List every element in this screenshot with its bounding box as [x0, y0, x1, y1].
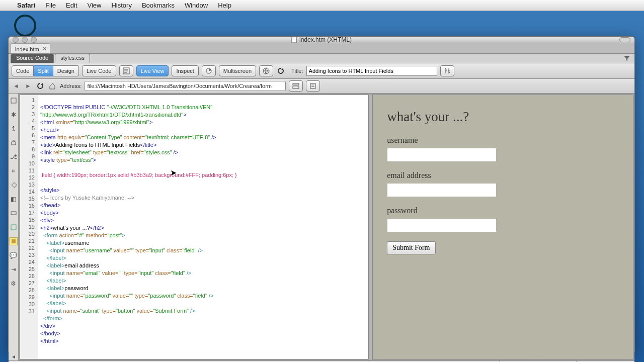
toolbar-toggle-icon[interactable] — [619, 37, 630, 42]
menu-file[interactable]: File — [45, 2, 56, 9]
check-errors-icon[interactable] — [119, 65, 133, 76]
address-input[interactable] — [85, 81, 286, 91]
mouse-cursor-icon: ➤ — [170, 169, 177, 176]
wrap-tag-icon[interactable] — [10, 223, 18, 231]
window-titlebar[interactable]: index.htm (XHTML) — [9, 37, 634, 43]
submit-form-button[interactable]: Submit Form — [387, 241, 435, 254]
workspace: ✱ ⎇ ⌗ ◧ 💬 ⇥ ⚙ ◂ 1 2 3 4 5 6 7 8 9 10 11 … — [9, 94, 634, 360]
styles-css-tab[interactable]: styles.css — [55, 54, 90, 63]
code-view-button[interactable]: Code — [12, 65, 34, 76]
title-label: Title: — [291, 68, 303, 74]
format-source-icon[interactable]: ⚙ — [10, 280, 18, 288]
email-field[interactable] — [387, 183, 497, 197]
home-icon[interactable] — [48, 81, 57, 90]
browser-compat-icon[interactable] — [202, 65, 216, 76]
app-name[interactable]: Safari — [17, 2, 35, 9]
balance-braces-icon[interactable]: ⎇ — [10, 153, 18, 161]
macos-menubar: Safari File Edit View History Bookmarks … — [0, 0, 644, 11]
inspect-button[interactable]: Inspect — [172, 65, 198, 76]
email-label: email address — [387, 171, 619, 180]
address-options-icon[interactable] — [289, 80, 303, 92]
expand-selection-icon[interactable] — [10, 125, 18, 133]
file-management-icon[interactable] — [440, 65, 454, 76]
select-parent-tag-icon[interactable] — [10, 139, 18, 147]
refresh-design-icon[interactable] — [276, 66, 285, 75]
desktop-widget-icon — [14, 15, 36, 37]
svg-rect-11 — [11, 98, 16, 103]
svg-rect-14 — [12, 239, 16, 243]
menu-view[interactable]: View — [88, 2, 102, 9]
svg-rect-10 — [310, 83, 315, 88]
svg-rect-8 — [293, 83, 299, 85]
document-toolbar: Code Split Design Live Code Live View In… — [9, 63, 634, 79]
menu-help[interactable]: Help — [218, 2, 231, 9]
svg-rect-3 — [292, 40, 296, 40]
svg-point-5 — [206, 68, 211, 73]
username-label: username — [387, 136, 619, 145]
apply-comment-icon[interactable] — [10, 209, 18, 217]
preview-heading: what's your ...? — [387, 109, 619, 125]
highlight-invalid-icon[interactable] — [10, 181, 18, 189]
address-label: Address: — [60, 83, 82, 89]
preview-in-browser-icon[interactable] — [259, 65, 273, 76]
svg-rect-12 — [11, 212, 16, 215]
menu-edit[interactable]: Edit — [66, 2, 77, 9]
split-view-button[interactable]: Split — [34, 65, 53, 76]
related-files-row: Source Code styles.css — [9, 54, 634, 63]
address-bar: ◄ ► Address: — [9, 79, 634, 94]
title-input[interactable] — [306, 66, 437, 76]
multiscreen-button[interactable]: Multiscreen — [219, 65, 256, 76]
indent-code-icon[interactable]: ⇥ — [10, 265, 18, 274]
svg-point-6 — [209, 69, 211, 71]
menu-window[interactable]: Window — [185, 2, 208, 9]
line-numbers: 1 2 3 4 5 6 7 8 9 10 11 12 13 14 15 16 1… — [20, 95, 38, 359]
document-icon — [291, 37, 297, 43]
code-pane[interactable]: 1 2 3 4 5 6 7 8 9 10 11 12 13 14 15 16 1… — [20, 95, 368, 359]
menu-history[interactable]: History — [111, 2, 131, 9]
file-tab-index[interactable]: index.htm ✕ — [11, 43, 50, 53]
design-view-button[interactable]: Design — [53, 65, 79, 76]
window-title: index.htm (XHTML) — [9, 36, 634, 43]
forward-icon[interactable]: ► — [24, 81, 33, 90]
password-field[interactable] — [387, 218, 497, 232]
collapse-selection-icon[interactable]: ✱ — [10, 111, 18, 119]
code-editor[interactable]: <!DOCTYPE html PUBLIC "-//W3C//DTD XHTML… — [38, 95, 368, 359]
svg-rect-13 — [11, 225, 16, 230]
line-numbers-icon[interactable]: ⌗ — [10, 167, 18, 175]
split-handle[interactable] — [368, 95, 372, 359]
file-tab-label: index.htm — [15, 46, 39, 52]
dreamweaver-window: index.htm (XHTML) index.htm ✕ Source Cod… — [8, 36, 635, 354]
filter-icon[interactable] — [623, 55, 630, 63]
collapse-panel-icon[interactable]: ◂ — [10, 352, 18, 360]
file-tab-row: index.htm ✕ — [9, 43, 634, 54]
svg-rect-1 — [292, 38, 296, 38]
source-code-tab[interactable]: Source Code — [11, 54, 54, 63]
svg-rect-9 — [293, 86, 299, 88]
close-tab-icon[interactable]: ✕ — [42, 46, 47, 52]
username-field[interactable] — [387, 148, 497, 162]
live-view-pane[interactable]: what's your ...? username email address … — [372, 95, 633, 359]
live-view-button[interactable]: Live View — [136, 65, 169, 76]
move-css-icon[interactable]: 💬 — [10, 251, 18, 259]
view-mode-group: Code Split Design — [12, 65, 79, 76]
refresh-icon[interactable] — [36, 81, 45, 90]
syntax-coloring-icon[interactable]: ◧ — [10, 195, 18, 203]
recent-snippets-icon[interactable] — [10, 237, 18, 245]
menu-bookmarks[interactable]: Bookmarks — [142, 2, 175, 9]
svg-rect-2 — [292, 39, 296, 39]
back-icon[interactable]: ◄ — [12, 81, 21, 90]
password-label: password — [387, 206, 619, 215]
open-documents-icon[interactable] — [10, 97, 18, 105]
live-code-button[interactable]: Live Code — [82, 65, 116, 76]
live-view-options-icon[interactable] — [306, 80, 320, 92]
coding-toolbar: ✱ ⎇ ⌗ ◧ 💬 ⇥ ⚙ ◂ — [9, 94, 19, 360]
